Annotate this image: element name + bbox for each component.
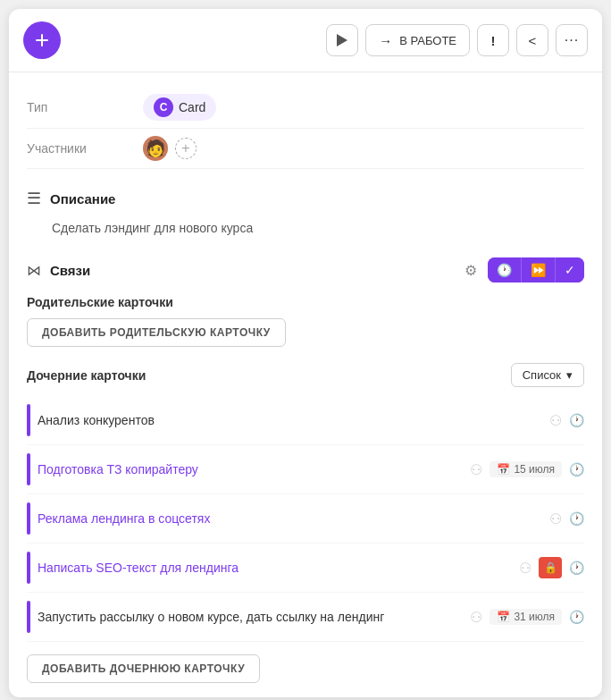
type-badge-text: Card — [179, 100, 205, 114]
card-bar-3 — [27, 502, 30, 535]
clock-icon-4: 🕐 — [569, 561, 584, 575]
person-icon-2: ⚇ — [470, 461, 482, 478]
more-button[interactable]: ··· — [556, 24, 588, 56]
child-cards-section: Дочерние карточки Список ▾ Анализ конкур… — [27, 363, 584, 683]
clock-icon-2: 🕐 — [569, 462, 584, 477]
avatar-image: 🧑 — [146, 140, 165, 156]
clock-icon: 🕐 — [497, 263, 512, 277]
date-text-2: 15 июля — [514, 463, 555, 476]
participants-field-row: Участники 🧑 + — [27, 129, 584, 169]
relations-section-header: ⋈ Связи ⚙ 🕐 ⏩ ✓ — [27, 257, 584, 283]
purple-btn-group: 🕐 ⏩ ✓ — [488, 257, 584, 283]
description-text: Сделать лэндинг для нового курса — [27, 217, 584, 238]
share-button[interactable]: < — [516, 24, 548, 56]
svg-rect-1 — [36, 39, 48, 41]
participants-value: 🧑 + — [143, 136, 197, 161]
type-badge-circle: C — [154, 97, 173, 117]
date-badge-2: 📅 15 июля — [490, 461, 562, 477]
child-card-title-1: Анализ конкурентов — [38, 413, 542, 427]
check-icon: ✓ — [565, 263, 575, 277]
card-bar-5 — [27, 601, 30, 633]
avatar: 🧑 — [143, 136, 168, 161]
fast-forward-icon: ⏩ — [531, 263, 546, 277]
parent-section-title: Родительские карточки — [27, 295, 584, 309]
participants-label: Участники — [27, 141, 143, 156]
child-section-title: Дочерние карточки — [27, 368, 511, 383]
child-card-title-2: Подготовка ТЗ копирайтеру — [38, 462, 463, 477]
card-actions-2: ⚇ 📅 15 июля 🕐 — [470, 461, 584, 478]
chevron-down-icon: ▾ — [566, 368, 573, 382]
description-header: ☰ Описание — [27, 189, 584, 208]
alert-button[interactable]: ! — [477, 24, 509, 56]
type-label: Тип — [27, 100, 143, 114]
child-section-header: Дочерние карточки Список ▾ — [27, 363, 584, 387]
type-badge[interactable]: C Card — [143, 94, 216, 121]
in-work-button[interactable]: → В РАБОТЕ — [365, 24, 470, 56]
content: Тип C Card Участники 🧑 + — [9, 72, 602, 697]
card-actions-5: ⚇ 📅 31 июля 🕐 — [470, 609, 584, 626]
child-card-item-3: Реклама лендинга в соцсетях ⚇ 🕐 — [27, 494, 584, 544]
clock-button[interactable]: 🕐 — [488, 257, 521, 283]
clock-icon-1: 🕐 — [569, 413, 584, 427]
lock-badge-4: 🔒 — [539, 557, 562, 578]
card-actions-4: ⚇ 🔒 🕐 — [519, 557, 584, 578]
child-card-title-4: Написать SEO-текст для лендинга — [38, 561, 512, 575]
add-parent-button[interactable]: ДОБАВИТЬ РОДИТЕЛЬСКУЮ КАРТОЧКУ — [27, 318, 286, 347]
parent-cards-section: Родительские карточки ДОБАВИТЬ РОДИТЕЛЬС… — [27, 295, 584, 347]
filter-button[interactable]: ⚙ — [459, 258, 482, 283]
clock-icon-3: 🕐 — [569, 511, 584, 526]
description-title: Описание — [50, 191, 115, 207]
header: → В РАБОТЕ ! < ··· — [9, 9, 602, 72]
child-card-item-4: Написать SEO-текст для лендинга ⚇ 🔒 🕐 — [27, 544, 584, 593]
check-button[interactable]: ✓ — [555, 257, 584, 283]
calendar-icon-2: 📅 — [497, 463, 510, 476]
description-section: ☰ Описание Сделать лэндинг для нового ку… — [27, 185, 584, 238]
card-actions-1: ⚇ 🕐 — [549, 412, 584, 429]
description-icon: ☰ — [27, 189, 41, 208]
play-button[interactable] — [326, 24, 358, 56]
arrow-right-icon: → — [379, 33, 392, 48]
card-bar-1 — [27, 404, 30, 436]
fast-forward-button[interactable]: ⏩ — [521, 257, 555, 283]
relations-actions: ⚙ 🕐 ⏩ ✓ — [459, 257, 584, 283]
person-icon-1: ⚇ — [549, 412, 562, 429]
relations-title: Связи — [50, 263, 450, 278]
add-button[interactable] — [23, 21, 61, 59]
child-card-title-5: Запустить рассылку о новом курсе, дать с… — [38, 610, 463, 624]
filter-icon: ⚙ — [465, 263, 477, 278]
card-bar-2 — [27, 453, 30, 485]
type-field-row: Тип C Card — [27, 87, 584, 129]
relations-icon: ⋈ — [27, 262, 41, 279]
person-icon-4: ⚇ — [519, 560, 531, 577]
add-child-button[interactable]: ДОБАВИТЬ ДОЧЕРНЮЮ КАРТОЧКУ — [27, 654, 260, 683]
share-icon: < — [529, 33, 537, 48]
child-card-item-1: Анализ конкурентов ⚇ 🕐 — [27, 396, 584, 445]
calendar-icon-5: 📅 — [497, 611, 510, 623]
in-work-label: В РАБОТЕ — [399, 34, 456, 47]
clock-icon-5: 🕐 — [569, 610, 584, 624]
child-card-item-5: Запустить рассылку о новом курсе, дать с… — [27, 593, 584, 642]
add-participant-button[interactable]: + — [175, 138, 197, 159]
type-value: C Card — [143, 94, 216, 121]
header-actions: → В РАБОТЕ ! < ··· — [326, 24, 588, 56]
card-bar-4 — [27, 552, 30, 584]
date-text-5: 31 июля — [514, 611, 555, 623]
person-icon-5: ⚇ — [470, 609, 482, 626]
person-icon-3: ⚇ — [549, 510, 562, 527]
card-container: → В РАБОТЕ ! < ··· Тип C Car — [9, 9, 602, 697]
card-actions-3: ⚇ 🕐 — [549, 510, 584, 527]
child-card-title-3: Реклама лендинга в соцсетях — [38, 511, 542, 526]
list-dropdown-label: Список — [523, 368, 561, 382]
add-participant-icon: + — [181, 140, 189, 156]
child-card-item-2: Подготовка ТЗ копирайтеру ⚇ 📅 15 июля 🕐 — [27, 445, 584, 494]
more-icon: ··· — [565, 32, 579, 48]
date-badge-5: 📅 31 июля — [490, 609, 562, 625]
list-dropdown-button[interactable]: Список ▾ — [511, 363, 584, 387]
play-icon — [337, 34, 347, 46]
alert-icon: ! — [491, 33, 496, 48]
